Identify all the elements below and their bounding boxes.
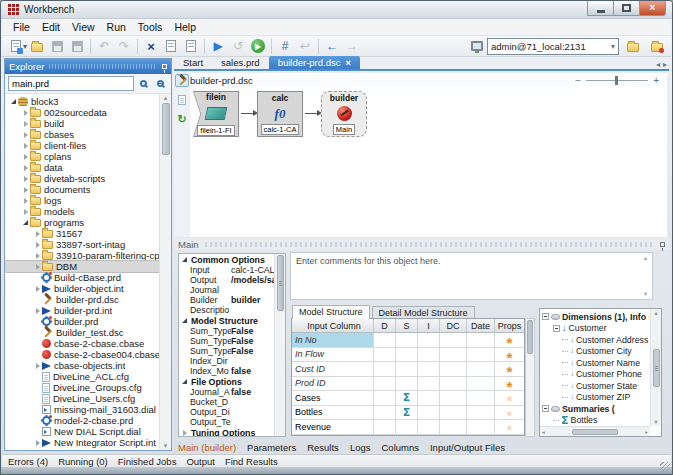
- column-header[interactable]: S: [396, 319, 418, 332]
- connection-select[interactable]: admin@71_local:2131 ▾: [487, 38, 619, 55]
- collapse-box-icon[interactable]: [542, 313, 549, 320]
- tab-scroll-right-icon[interactable]: ▸: [663, 60, 667, 69]
- maximize-button[interactable]: [613, 1, 640, 16]
- tab-input-output-files[interactable]: Input/Output Files: [430, 442, 505, 453]
- tab-start[interactable]: Start: [174, 56, 212, 69]
- d-cell[interactable]: [374, 391, 396, 405]
- property-section-header[interactable]: Tuning Options: [179, 427, 274, 436]
- property-row[interactable]: Bucket_D: [179, 397, 274, 407]
- i-cell[interactable]: [418, 406, 440, 420]
- tree-item[interactable]: models: [5, 206, 171, 217]
- expander-collapsed-icon[interactable]: [21, 119, 30, 128]
- tree-item-field[interactable]: ↓Customer State: [542, 380, 649, 392]
- explorer-search-input[interactable]: [8, 76, 134, 91]
- property-value[interactable]: false: [231, 387, 274, 397]
- zoom-slider-thumb[interactable]: [615, 76, 618, 85]
- property-value[interactable]: /models/sale: [231, 275, 274, 285]
- i-cell[interactable]: [418, 348, 440, 362]
- date-cell[interactable]: [467, 406, 495, 420]
- property-section-header[interactable]: File Options: [179, 376, 274, 387]
- scroll-up-icon[interactable]: ▲: [163, 95, 169, 101]
- undo-button[interactable]: ↶: [95, 37, 113, 55]
- scrollbar-thumb[interactable]: [527, 320, 533, 354]
- props-cell[interactable]: *: [495, 362, 524, 376]
- menu-help[interactable]: Help: [168, 20, 202, 34]
- scrollbar-thumb[interactable]: [277, 255, 284, 311]
- expander-collapsed-icon[interactable]: [21, 185, 30, 194]
- date-cell[interactable]: [467, 348, 495, 362]
- zoom-out-icon[interactable]: −: [575, 75, 581, 86]
- props-icon[interactable]: *: [507, 333, 513, 346]
- props-icon[interactable]: *: [507, 391, 513, 404]
- tree-item[interactable]: model-2-cbase.prd: [5, 415, 171, 426]
- table-row[interactable]: In Flow *: [292, 348, 524, 363]
- property-value[interactable]: false: [231, 366, 274, 376]
- scrollbar-thumb[interactable]: [653, 349, 660, 387]
- property-value[interactable]: False: [231, 336, 274, 346]
- tree-item[interactable]: builder-prd.int: [5, 305, 171, 316]
- i-cell[interactable]: [418, 333, 440, 347]
- flow-canvas[interactable]: filein filein-1-FI calc f0 calc-1-CA bui…: [190, 87, 667, 237]
- tree-item[interactable]: cbase-2-cbase.cbase: [5, 338, 171, 349]
- input-column-cell[interactable]: Prod ID: [292, 377, 374, 391]
- tree-item[interactable]: builder-prd.dsc: [5, 294, 171, 305]
- open-button[interactable]: [28, 37, 46, 55]
- property-value[interactable]: [231, 305, 274, 315]
- expander-collapsed-icon[interactable]: [33, 251, 42, 260]
- d-cell[interactable]: [374, 362, 396, 376]
- zoom-slider-track[interactable]: [586, 80, 648, 81]
- d-cell[interactable]: [374, 377, 396, 391]
- date-cell[interactable]: [467, 377, 495, 391]
- run-button[interactable]: ▶: [209, 37, 227, 55]
- expander-collapsed-icon[interactable]: [21, 207, 30, 216]
- tree-item[interactable]: 33910-param-filtering-cplan: [5, 250, 171, 261]
- structure-tree-vscrollbar[interactable]: ▲▼: [650, 309, 661, 426]
- tab-main-builder[interactable]: Main (builder): [178, 442, 236, 453]
- dc-cell[interactable]: [440, 406, 467, 420]
- column-header[interactable]: I: [418, 319, 440, 332]
- tree-item[interactable]: Builder_test.dsc: [5, 327, 171, 338]
- s-cell[interactable]: [396, 348, 418, 362]
- resize-grip[interactable]: [660, 462, 670, 472]
- table-row[interactable]: Cust ID *: [292, 362, 524, 377]
- column-header[interactable]: Input Column: [292, 319, 374, 332]
- build-tool-button[interactable]: [175, 74, 189, 87]
- i-cell[interactable]: [418, 362, 440, 376]
- expander-collapsed-icon[interactable]: [21, 174, 30, 183]
- tab-columns[interactable]: Columns: [381, 442, 419, 453]
- tree-item-dbm-selected[interactable]: DBM: [5, 261, 171, 272]
- i-cell[interactable]: [418, 420, 440, 434]
- structure-tree-hscrollbar[interactable]: ◂▸: [540, 426, 650, 436]
- flow-node-filein[interactable]: filein filein-1-FI: [193, 91, 239, 137]
- table-scrollbar[interactable]: [525, 318, 535, 437]
- menu-file[interactable]: File: [7, 20, 36, 34]
- input-column-cell[interactable]: Cases: [292, 391, 374, 405]
- expander-collapsed-icon[interactable]: [33, 262, 42, 271]
- table-row[interactable]: In No *: [292, 333, 524, 348]
- tree-item[interactable]: missing-mail_31603.dial: [5, 404, 171, 415]
- flow-node-builder[interactable]: builder Main: [321, 91, 367, 137]
- property-row[interactable]: Journal_Afalse: [179, 387, 274, 397]
- tab-logs[interactable]: Logs: [350, 442, 371, 453]
- expander-expanded-icon[interactable]: [9, 97, 18, 106]
- dc-cell[interactable]: [440, 377, 467, 391]
- tree-item[interactable]: documents: [5, 184, 171, 195]
- table-row[interactable]: Bottles Σ *: [292, 406, 524, 421]
- tab-parameters[interactable]: Parameters: [247, 442, 296, 453]
- tree-item[interactable]: builder-object.int: [5, 283, 171, 294]
- status-output[interactable]: Output: [186, 456, 215, 467]
- column-header[interactable]: Date: [467, 319, 495, 332]
- refresh-tool-button[interactable]: ↻: [175, 112, 189, 125]
- date-cell[interactable]: [467, 362, 495, 376]
- expander-collapsed-icon[interactable]: [21, 108, 30, 117]
- property-value[interactable]: [231, 417, 274, 427]
- date-cell[interactable]: [467, 333, 495, 347]
- input-column-cell[interactable]: In Flow: [292, 348, 374, 362]
- section-collapsed-icon[interactable]: [180, 428, 189, 436]
- tree-item[interactable]: cbase-objects.int: [5, 360, 171, 371]
- input-column-cell[interactable]: Revenue: [292, 420, 374, 434]
- expander-collapsed-icon[interactable]: [33, 240, 42, 249]
- column-header[interactable]: Props: [495, 319, 524, 332]
- scroll-up-icon[interactable]: ▲: [653, 310, 658, 316]
- status-errors[interactable]: Errors (4): [8, 456, 48, 467]
